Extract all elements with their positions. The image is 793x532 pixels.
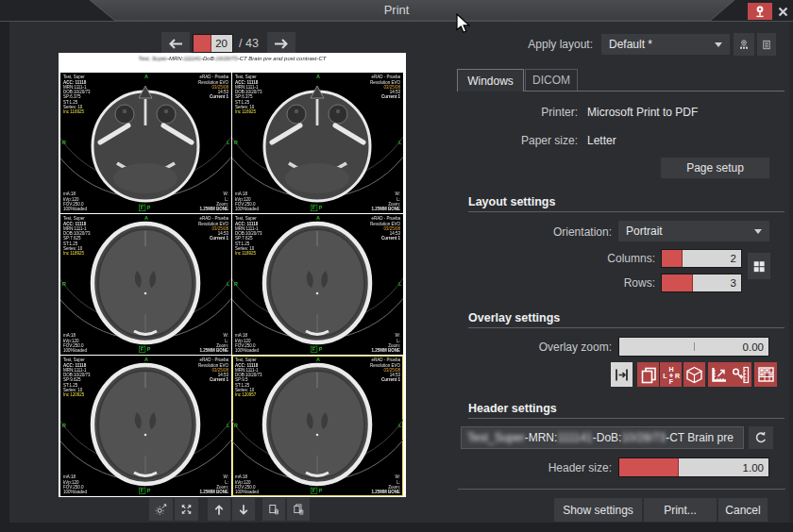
header-settings-divider: [468, 418, 785, 419]
move-page-up-button[interactable]: [208, 498, 230, 521]
stack-icon: [639, 365, 658, 384]
spinner-fill: [619, 458, 679, 476]
print-preview-page: Test, Super-MRN:111141-DoB:10/20/73-CT B…: [59, 53, 406, 497]
auto-window-button[interactable]: [149, 498, 173, 521]
svg-text:L: L: [663, 373, 667, 379]
apply-layout-value: Default *: [609, 38, 652, 51]
ct-image: [232, 73, 403, 213]
preview-grid: Test, SuperACC: 11118MRN:1111-1DOB:10/20…: [60, 73, 403, 496]
ct-image: [60, 214, 231, 355]
svg-text:R: R: [674, 373, 679, 379]
layout-list-button[interactable]: [757, 33, 776, 56]
footer-divider: [458, 489, 785, 490]
printer-label: Printer:: [453, 106, 578, 119]
overlay-zoom-label: Overlay zoom:: [472, 341, 612, 354]
cube-icon: [684, 365, 704, 385]
overlay-table-toggle[interactable]: [754, 362, 777, 387]
show-settings-button[interactable]: Show settings: [554, 498, 642, 522]
overlay-settings-title: Overlay settings: [468, 311, 560, 324]
delete-page-icon: [268, 500, 279, 519]
spinner-fill: [662, 250, 683, 267]
save-layout-icon: [739, 35, 749, 55]
pin-button[interactable]: [748, 3, 772, 20]
overlay-stack-toggle[interactable]: [637, 362, 659, 387]
tab-dicom[interactable]: DICOM: [525, 69, 578, 91]
preview-cell[interactable]: Test, SuperACC: 11118MRN:1111-1DOB:10/20…: [60, 73, 231, 213]
close-button[interactable]: [775, 3, 791, 20]
page-setup-button[interactable]: Page setup: [661, 158, 769, 178]
rows-spinner[interactable]: 3: [661, 274, 742, 292]
header-size-value: 1.00: [743, 458, 764, 476]
preview-cell[interactable]: Test, SuperACC: 11118MRN:1111-1DOB:10/20…: [232, 214, 403, 355]
next-page-icon: [273, 38, 290, 50]
ruler-icon: [709, 365, 729, 385]
up-icon: [213, 502, 225, 518]
frame-bottom: [0, 523, 793, 532]
delete-all-pages-button[interactable]: [287, 498, 310, 521]
overlay-settings-divider: [468, 327, 785, 328]
overlay-fit-toggle[interactable]: [611, 362, 633, 387]
paper-size-value: Letter: [587, 134, 616, 147]
titlebar-divider: [0, 21, 793, 22]
titlebar: Print: [0, 0, 793, 21]
spinner-fill: [662, 274, 693, 291]
preview-cell[interactable]: Test, SuperACC: 11118MRN:1111-1DOB:10/20…: [60, 356, 231, 496]
tab-dicom-label: DICOM: [532, 74, 570, 87]
layout-settings-divider: [468, 211, 785, 212]
pin-icon: [752, 4, 768, 19]
preview-cell[interactable]: Test, SuperACC: 11118MRN:1111-1DOB:10/20…: [232, 73, 403, 213]
overlay-key-toggle[interactable]: [730, 362, 751, 387]
rows-label: Rows:: [529, 276, 655, 290]
overlay-ruler-toggle[interactable]: [708, 362, 730, 387]
orientation-dropdown[interactable]: Portrait: [618, 221, 769, 241]
preview-cell[interactable]: Test, SuperACC: 11118MRN:1111-1DOB:10/20…: [60, 214, 231, 355]
brightness-icon: [155, 500, 167, 519]
printer-value: Microsoft Print to PDF: [587, 106, 698, 119]
tab-windows-label: Windows: [467, 75, 514, 88]
preview-cell[interactable]: Test, SuperACC: 11118MRN:1111-1DOB:10/20…: [232, 356, 403, 496]
overlay-orientation-toggle[interactable]: HLRF: [660, 362, 682, 387]
delete-page-button[interactable]: [262, 498, 285, 521]
close-icon: [778, 7, 788, 17]
spinner-fill: [194, 35, 211, 52]
overlay-3d-toggle[interactable]: [683, 362, 705, 387]
delete-all-pages-icon: [293, 500, 304, 519]
svg-text:F: F: [668, 378, 673, 385]
print-dialog: Print 20 / 43 Apply la: [0, 0, 793, 532]
tab-windows[interactable]: Windows: [457, 69, 524, 91]
overlay-zoom-value: 0.00: [743, 338, 764, 356]
chevron-down-icon: [715, 42, 722, 47]
orientation-markers-icon: HLRF: [661, 364, 682, 385]
down-icon: [238, 502, 249, 518]
frame-left: [0, 22, 9, 532]
layout-list-icon: [763, 36, 770, 54]
ct-image: [232, 356, 403, 496]
save-layout-button[interactable]: [734, 33, 754, 56]
apply-layout-label: Apply layout:: [463, 38, 593, 51]
fit-overlay-icon: [613, 366, 631, 384]
fit-to-window-button[interactable]: [175, 498, 198, 521]
layout-settings-title: Layout settings: [468, 195, 555, 208]
columns-value: 2: [731, 250, 736, 267]
cancel-button[interactable]: Cancel: [718, 498, 768, 522]
page-number-spinner[interactable]: 20: [193, 34, 233, 53]
columns-spinner[interactable]: 2: [661, 249, 742, 268]
grid-layout-button[interactable]: [748, 253, 770, 279]
overlay-zoom-spinner[interactable]: 0.00: [618, 337, 769, 357]
next-page-button[interactable]: [267, 32, 295, 55]
ct-image: [60, 73, 231, 213]
ct-image: [232, 214, 403, 355]
prev-page-button[interactable]: [161, 32, 190, 55]
apply-layout-dropdown[interactable]: Default *: [601, 34, 730, 55]
print-button[interactable]: Print...: [644, 498, 717, 522]
move-page-down-button[interactable]: [232, 498, 255, 521]
header-size-label: Header size:: [472, 461, 612, 474]
table-icon: [756, 365, 776, 384]
reset-header-button[interactable]: [749, 426, 773, 449]
chevron-down-icon: [754, 229, 762, 234]
header-text-input[interactable]: Test_Super-MRN:111141-DoB:10/28/73-CT Br…: [461, 426, 744, 449]
header-size-spinner[interactable]: 1.00: [618, 457, 769, 477]
orientation-label: Orientation:: [472, 225, 612, 239]
slider-tick: [694, 342, 695, 351]
preview-page-header: Test, Super-MRN:111141-DoB:10/20/73-CT B…: [59, 56, 406, 62]
